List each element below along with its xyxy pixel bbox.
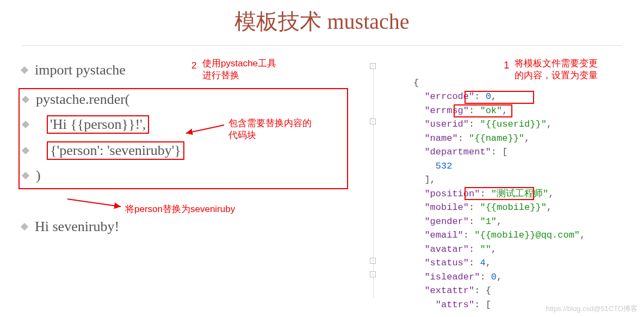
highlight-box-name: [454, 104, 512, 117]
bullet-icon: [21, 66, 28, 74]
annotation-text-template: 包含需要替换内容的代码块: [228, 117, 312, 141]
code-line-dict: {'person': 'seveniruby'}: [23, 141, 344, 160]
code-line-render: pystache.render(: [23, 91, 344, 108]
highlight-box-template-string: 'Hi {{person}}!',: [47, 115, 149, 134]
code-text: pystache.render(: [36, 91, 130, 108]
fold-toggle-icon[interactable]: -: [370, 119, 376, 125]
bullet-icon: [22, 147, 29, 154]
bullet-icon: [22, 172, 29, 179]
bullet-icon: [22, 121, 29, 128]
code-line-close: ): [23, 167, 344, 184]
fold-toggle-icon[interactable]: -: [370, 258, 376, 264]
fold-toggle-icon[interactable]: -: [370, 271, 376, 277]
highlight-box-dict: {'person': 'seveniruby'}: [47, 141, 184, 160]
highlight-box-userid: [465, 91, 534, 104]
code-line-import: import pystache: [22, 62, 348, 78]
watermark: https://blog.csd@51CTO博客: [546, 304, 637, 314]
result-line: Hi seveniruby!: [22, 219, 348, 235]
annotation-text-1: 将模板文件需要变更的内容，设置为变量: [515, 58, 598, 82]
annotation-text-2: 使用pystache工具进行替换: [202, 58, 276, 82]
annotation-number-2: 2: [191, 60, 196, 72]
fold-gutter: - - - -: [370, 62, 377, 312]
bullet-icon: [21, 223, 28, 231]
bullet-icon: [22, 96, 29, 103]
fold-toggle-icon[interactable]: -: [370, 63, 376, 69]
result-text: Hi seveniruby!: [35, 219, 119, 235]
right-column: 1 将模板文件需要变更的内容，设置为变量 - - - - { "errcode"…: [348, 62, 628, 312]
page-title: 模板技术 mustache: [0, 0, 644, 42]
left-column: import pystache 2 使用pystache工具进行替换 pysta…: [22, 62, 348, 312]
code-text: ): [36, 167, 41, 184]
highlight-box-mobile: [465, 187, 534, 200]
annotation-text-replace: 将person替换为seveniruby: [125, 203, 235, 215]
code-text: import pystache: [35, 62, 126, 78]
annotation-number-1: 1: [504, 59, 510, 72]
